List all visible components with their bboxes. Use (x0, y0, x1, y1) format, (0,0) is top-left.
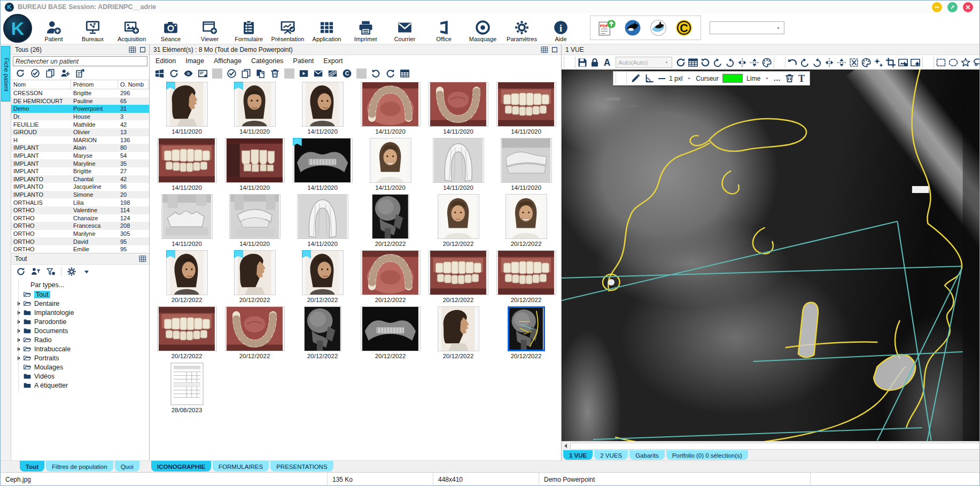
gallery-tab[interactable]: ICONOGRAPHIE (151, 461, 211, 472)
column-header[interactable]: O. Nomb (118, 80, 149, 89)
chevron-down-icon[interactable] (764, 75, 770, 81)
table-row[interactable]: IMPLANTO Jacqueline 96 (11, 183, 149, 191)
table-row[interactable]: DE HEMRICOURT Pauline 65 (11, 97, 149, 105)
tree-item[interactable]: Radio (11, 335, 149, 344)
gallery-thumbnail[interactable]: 14/11/2020 (153, 82, 221, 138)
expand-arrow-icon[interactable] (18, 356, 20, 360)
measure-tool-icon[interactable] (644, 73, 655, 83)
viewer-toolbar-button[interactable] (836, 57, 847, 68)
column-header[interactable]: Prénom (71, 80, 118, 89)
app-toolbar-button[interactable]: Viewer (190, 13, 229, 44)
gallery-thumbnail[interactable]: 20/12/2022 (221, 306, 289, 362)
zoom-combobox[interactable]: Auto(Auto) (616, 57, 672, 68)
gallery-thumbnail[interactable]: 14/11/2020 (356, 82, 424, 138)
gallery-thumbnail[interactable]: 14/11/2020 (153, 194, 221, 250)
gallery-thumbnail[interactable]: 20/12/2022 (356, 306, 424, 362)
viewer-toolbar-button[interactable] (725, 57, 735, 68)
viewer-toolbar-button[interactable] (799, 57, 810, 68)
gallery-thumbnail[interactable]: 14/11/2020 (492, 138, 560, 194)
gallery-toolbar-button[interactable] (154, 68, 165, 79)
app-toolbar-button[interactable]: Masquage (463, 13, 502, 44)
table-row[interactable]: ORTHO David 95 (11, 237, 149, 245)
table-row[interactable]: IMPLANT Maryse 54 (11, 152, 149, 160)
toolbar-grip[interactable] (616, 73, 627, 83)
app-toolbar-button[interactable]: Paramètres (502, 13, 541, 44)
table-row[interactable]: GIROUD Olivier 13 (11, 128, 149, 136)
expand-arrow-icon[interactable] (18, 302, 20, 306)
minimize-button[interactable] (932, 2, 942, 12)
gallery-thumbnail[interactable]: 20/12/2022 (424, 194, 492, 250)
panel-toggle-icon[interactable] (139, 46, 146, 53)
menu-item[interactable]: Affichage (214, 57, 242, 65)
gallery-thumbnail[interactable]: 14/11/2020 (289, 194, 356, 250)
viewer-toolbar-button[interactable] (675, 57, 686, 68)
gallery-thumbnail[interactable]: 20/12/2022 (153, 250, 221, 306)
patients-toolbar-button[interactable] (60, 68, 70, 78)
patients-toolbar-button[interactable] (30, 68, 40, 78)
viewer-toolbar-button[interactable] (577, 57, 588, 68)
gallery-toolbar-button[interactable] (255, 68, 266, 79)
viewer-toolbar-button[interactable] (948, 57, 959, 68)
patients-toolbar-button[interactable] (75, 68, 85, 78)
gallery-thumbnail[interactable]: 14/11/2020 (289, 82, 356, 138)
tree-item[interactable]: Parodontie (11, 317, 149, 326)
menu-item[interactable]: Edition (155, 57, 176, 65)
table-row[interactable]: IMPLANTO Chantal 42 (11, 175, 149, 183)
patients-toolbar-button[interactable] (15, 68, 25, 78)
viewer-toolbar-button[interactable] (910, 57, 921, 68)
tree-item[interactable]: Tout (11, 290, 149, 299)
table-row[interactable]: Demo Powerpoint 31 (11, 105, 149, 113)
scroll-left-arrow[interactable] (562, 442, 569, 450)
table-row[interactable]: H MARION 136 (11, 136, 149, 144)
patients-toolbar-button[interactable] (45, 68, 55, 78)
viewer-tab[interactable]: Gabarits (629, 450, 664, 460)
gallery-toolbar-button[interactable] (328, 68, 338, 79)
grid-view-icon[interactable] (541, 46, 548, 53)
viewer-toolbar-button[interactable] (973, 57, 980, 68)
app-toolbar-button[interactable]: Imprimer (346, 13, 385, 44)
tree-item[interactable]: A étiquetter (11, 381, 149, 390)
gallery-toolbar-button[interactable] (270, 68, 280, 79)
chevron-down-icon[interactable] (686, 75, 692, 81)
more-options-button[interactable]: ... (774, 75, 781, 82)
panel-toggle-icon[interactable] (551, 46, 558, 53)
gallery-thumbnail[interactable]: 20/12/2022 (492, 250, 560, 306)
text-tool-icon[interactable]: T (798, 74, 805, 83)
viewer-tab[interactable]: 1 VUE (563, 450, 593, 460)
expand-arrow-icon[interactable] (18, 311, 20, 315)
table-row[interactable]: ORTHO Emilie 95 (11, 245, 149, 253)
pencil-tool-icon[interactable] (631, 73, 641, 83)
app-toolbar-button[interactable]: i Aide (541, 13, 580, 44)
table-row[interactable]: ORTHO Valentine 114 (11, 206, 149, 214)
app-toolbar-button[interactable]: Patient (34, 13, 73, 44)
table-row[interactable]: ORTHALIS Lilia 198 (11, 198, 149, 206)
viewer-tab[interactable]: 2 VUES (594, 450, 628, 460)
plugin-icon-button[interactable]: PDF (598, 19, 616, 37)
tree-item[interactable]: Documents (11, 326, 149, 335)
app-toolbar-button[interactable]: Application (307, 13, 346, 44)
viewer-toolbar-button[interactable] (688, 57, 698, 68)
viewer-toolbar-button[interactable] (737, 57, 748, 68)
gallery-toolbar-button[interactable] (183, 68, 193, 79)
plugin-icon-button[interactable] (624, 19, 642, 37)
gallery-toolbar-button[interactable] (299, 68, 309, 79)
expand-arrow-icon[interactable] (18, 320, 20, 324)
gallery-thumbnail[interactable]: 14/11/2020 (221, 194, 289, 250)
filter-toolbar-button[interactable] (46, 267, 56, 276)
color-swatch[interactable] (722, 74, 743, 83)
gallery-thumbnail[interactable]: 20/12/2022 (356, 194, 424, 250)
viewer-toolbar-button[interactable] (589, 57, 600, 68)
viewer-tab[interactable]: Portfolio (0) 0 sélection(s) (666, 450, 748, 460)
gallery-thumbnail[interactable]: 14/11/2020 (289, 138, 356, 194)
ceph-xray-image[interactable] (562, 70, 980, 442)
viewer-toolbar-button[interactable] (936, 57, 946, 68)
viewer-toolbar-button[interactable] (873, 57, 884, 68)
app-toolbar-button[interactable]: Office (424, 13, 463, 44)
viewer-toolbar-button[interactable] (700, 57, 711, 68)
filter-toolbar-button[interactable] (82, 267, 91, 276)
gallery-tab[interactable]: FORMULAIRES (213, 461, 269, 472)
app-toolbar-button[interactable]: Formulaire (229, 13, 268, 44)
tree-item[interactable]: Moulages (11, 362, 149, 372)
gallery-toolbar-button[interactable] (371, 68, 381, 79)
grid-view-icon[interactable] (139, 255, 146, 263)
